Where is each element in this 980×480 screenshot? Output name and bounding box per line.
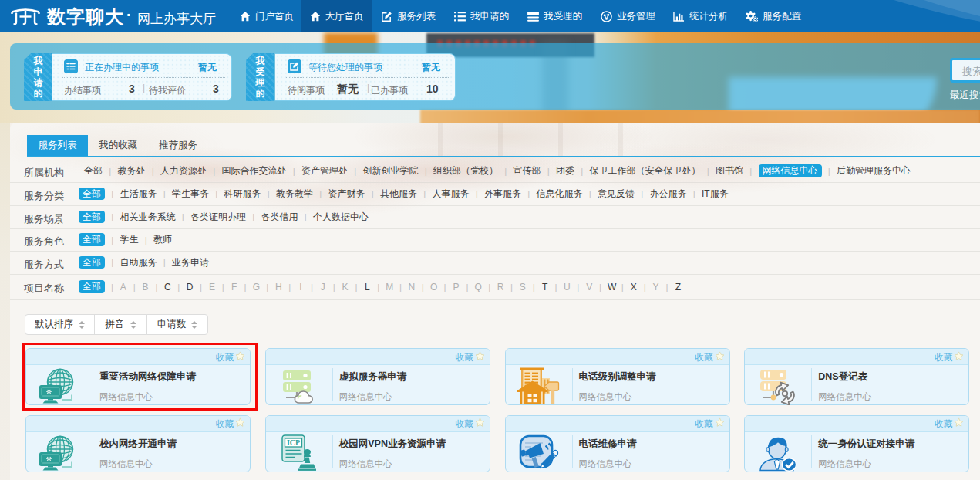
svg-text:ICP: ICP xyxy=(287,438,300,447)
